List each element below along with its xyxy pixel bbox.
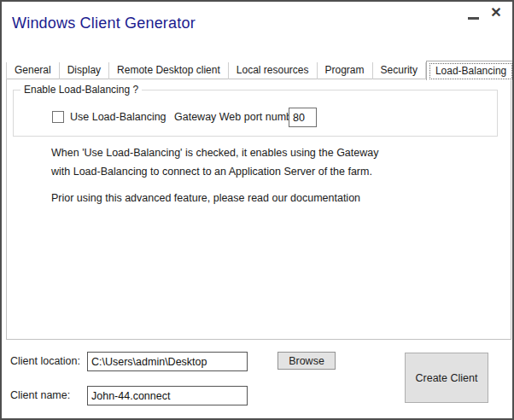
tab-load-balancing-label: Load-Balancing bbox=[429, 63, 512, 79]
client-location-input[interactable] bbox=[87, 352, 248, 371]
use-load-balancing-label[interactable]: Use Load-Balancing bbox=[70, 111, 166, 123]
groupbox-title: Enable Load-Balancing ? bbox=[20, 84, 142, 96]
minimize-icon bbox=[468, 17, 479, 20]
gateway-port-label: Gateway Web port number bbox=[174, 111, 301, 123]
close-button[interactable]: ✕ bbox=[488, 4, 504, 21]
tab-strip: General Display Remote Desktop client Lo… bbox=[6, 60, 514, 79]
client-location-label: Client location: bbox=[10, 355, 80, 367]
create-client-button[interactable]: Create Client bbox=[405, 353, 488, 403]
load-balancing-description: When 'Use Load-Balancing' is checked, it… bbox=[51, 143, 427, 207]
description-line-1: When 'Use Load-Balancing' is checked, it… bbox=[51, 143, 427, 162]
client-name-input[interactable] bbox=[87, 386, 248, 405]
tab-general[interactable]: General bbox=[6, 62, 60, 79]
window-title: Windows Client Generator bbox=[12, 15, 196, 32]
enable-load-balancing-group: Enable Load-Balancing ? Use Load-Balanci… bbox=[13, 90, 498, 137]
tab-remote-desktop-client[interactable]: Remote Desktop client bbox=[109, 62, 229, 79]
window-client-generator: Windows Client Generator ✕ General Displ… bbox=[0, 0, 514, 420]
tab-display[interactable]: Display bbox=[60, 62, 109, 79]
tab-local-resources[interactable]: Local resources bbox=[229, 62, 318, 79]
tab-load-balancing[interactable]: Load-Balancing bbox=[426, 61, 514, 80]
minimize-button[interactable] bbox=[467, 11, 481, 23]
tab-program[interactable]: Program bbox=[318, 62, 373, 79]
browse-button[interactable]: Browse bbox=[277, 352, 336, 370]
use-load-balancing-checkbox[interactable] bbox=[52, 111, 64, 123]
gateway-port-input[interactable] bbox=[289, 108, 317, 127]
description-line-2: with Load-Balancing to connect to an App… bbox=[51, 162, 427, 181]
tab-security[interactable]: Security bbox=[373, 62, 426, 79]
description-line-3: Prior using this advanced feature, pleas… bbox=[51, 189, 427, 207]
client-name-label: Client name: bbox=[10, 389, 70, 401]
load-balancing-tab-panel: Enable Load-Balancing ? Use Load-Balanci… bbox=[6, 79, 511, 340]
